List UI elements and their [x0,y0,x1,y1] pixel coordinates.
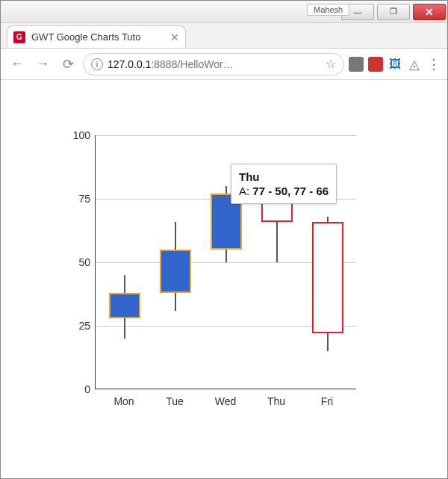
back-button[interactable]: ← [7,54,28,75]
address-bar[interactable]: i 127.0.0.1:8888/HelloWor… ☆ [83,53,344,75]
site-info-icon[interactable]: i [91,58,103,70]
x-axis-label: Tue [153,395,196,407]
y-axis-tick: 50 [60,256,90,268]
tab-close-icon[interactable]: ✕ [170,31,179,43]
forward-button[interactable]: → [32,54,53,75]
x-axis-label: Thu [255,395,298,407]
window-titlebar: Mahesh — ❐ ✕ [1,1,447,23]
candle-body [312,222,343,334]
tab-favicon-icon: G [13,31,25,43]
url-text: 127.0.0.1:8888/HelloWor… [108,58,321,70]
tooltip-series-prefix: A: [239,185,252,197]
user-profile-tag[interactable]: Mahesh [307,4,349,16]
address-bar-row: ← → ⟳ i 127.0.0.1:8888/HelloWor… ☆ 🖼 ◬ ⋮ [1,49,447,80]
tooltip-category: Thu [239,170,260,183]
candle-tue[interactable] [154,135,197,389]
bookmark-star-icon[interactable]: ☆ [326,57,336,71]
tab-strip: G GWT Google Charts Tuto ✕ [1,23,447,49]
tooltip-values: 77 - 50, 77 - 66 [252,185,329,197]
extension-book-icon[interactable] [368,57,383,72]
candle-body [160,250,191,293]
reload-button[interactable]: ⟳ [57,54,78,75]
extension-picture-icon[interactable]: 🖼 [388,57,402,72]
extension-icon[interactable] [349,57,364,72]
x-axis-label: Mon [102,395,146,407]
chrome-menu-icon[interactable]: ⋮ [426,56,441,72]
y-axis-tick: 0 [60,383,90,395]
x-axis-label: Fri [305,395,349,407]
maximize-button[interactable]: ❐ [377,4,410,20]
candlestick-chart: 0255075100 MonTueWedThuFri Thu A: 77 - 5… [34,135,362,457]
y-axis-tick: 100 [60,129,90,141]
extension-drive-icon[interactable]: ◬ [407,57,422,72]
page-content: 0255075100 MonTueWedThuFri Thu A: 77 - 5… [1,80,447,478]
tab-title: GWT Google Charts Tuto [31,31,140,43]
chart-tooltip: Thu A: 77 - 50, 77 - 66 [231,164,337,204]
y-axis-tick: 25 [60,320,90,332]
x-axis-label: Wed [204,395,247,407]
browser-tab[interactable]: G GWT Google Charts Tuto ✕ [7,25,186,48]
candle-body [109,293,140,318]
y-axis-tick: 75 [60,193,90,205]
candle-mon[interactable] [103,135,146,389]
close-window-button[interactable]: ✕ [413,4,446,20]
